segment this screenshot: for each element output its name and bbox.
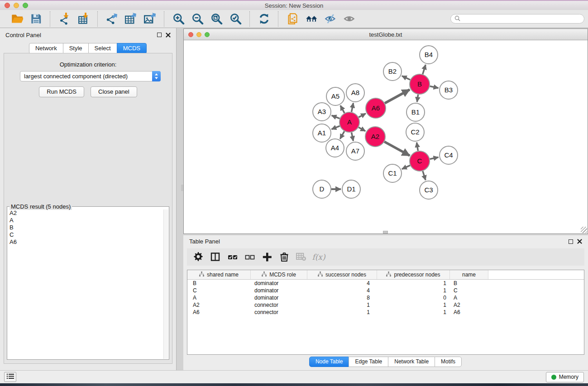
graph-node-C1[interactable]: C1: [383, 164, 402, 182]
tab-mcds[interactable]: MCDS: [117, 43, 147, 54]
graph-node-B4[interactable]: B4: [420, 46, 438, 64]
show-columns-icon[interactable]: [210, 251, 221, 263]
table-row[interactable]: Bdominator41B: [187, 280, 584, 287]
float-panel-icon[interactable]: [157, 33, 162, 37]
graph-node-A[interactable]: A: [339, 112, 359, 132]
column-header-successor-nodes[interactable]: successor nodes: [307, 270, 377, 279]
graph-node-B[interactable]: B: [410, 74, 430, 94]
graph-node-C4[interactable]: C4: [440, 146, 458, 164]
graph-node-A4[interactable]: A4: [326, 139, 344, 157]
workspace: Control Panel NetworkStyleSelectMCDS Opt…: [0, 28, 588, 370]
export-image-icon[interactable]: [143, 12, 157, 26]
attribute-settings-icon[interactable]: [192, 251, 204, 263]
memory-button[interactable]: Memory: [546, 372, 584, 382]
table-cell: C: [187, 287, 251, 294]
table-cell: connector: [251, 309, 307, 316]
graph-node-A6[interactable]: A6: [366, 98, 386, 118]
search-box[interactable]: [450, 14, 584, 24]
graph-edge-C-C2: [417, 143, 418, 151]
result-list-item[interactable]: B: [8, 224, 163, 231]
close-table-panel-icon[interactable]: [577, 239, 582, 244]
network-canvas[interactable]: B4B2BB3A8A5A6A3B1AC2A1A2A4A7C4CC1C3DD1: [184, 40, 588, 234]
graph-edge-A-A1: [331, 126, 339, 129]
hide-graphics-details-icon[interactable]: [324, 12, 337, 26]
graph-node-D1[interactable]: D1: [342, 180, 360, 198]
graph-edge-A-A4: [340, 131, 344, 139]
graph-node-A5[interactable]: A5: [326, 87, 344, 105]
column-header-MCDS-role[interactable]: MCDS role: [251, 270, 307, 279]
svg-text:A1: A1: [318, 129, 326, 137]
window-title: Session: New Session: [0, 2, 588, 9]
graph-node-A2[interactable]: A2: [365, 127, 385, 147]
svg-text:A3: A3: [318, 108, 326, 115]
open-session-icon[interactable]: [10, 12, 24, 26]
mcds-result-legend: MCDS result (5 nodes): [10, 203, 72, 210]
toolbar-group: [278, 11, 363, 27]
column-header-name[interactable]: name: [450, 270, 488, 279]
network-overview-icon[interactable]: [305, 12, 318, 26]
dropdown-selected-value: largest connected component (directed): [20, 73, 152, 80]
graph-node-C2[interactable]: C2: [406, 123, 424, 141]
tab-edge-table[interactable]: Edge Table: [349, 357, 388, 367]
svg-text:D: D: [320, 185, 325, 193]
graph-node-D[interactable]: D: [313, 180, 331, 198]
graph-edge-A-A7: [352, 133, 354, 141]
float-table-panel-icon[interactable]: [569, 239, 573, 244]
table-cell: A2: [187, 301, 251, 309]
canvas-hscroll-thumb[interactable]: [383, 231, 388, 234]
graph-node-C[interactable]: C: [410, 151, 430, 171]
create-column-icon[interactable]: [261, 251, 273, 263]
graph-node-B3[interactable]: B3: [440, 81, 458, 99]
close-panel-icon[interactable]: [166, 33, 171, 38]
graph-node-A7[interactable]: A7: [346, 142, 364, 160]
tab-network-table[interactable]: Network Table: [388, 357, 435, 367]
graph-node-A3[interactable]: A3: [313, 103, 331, 121]
tab-node-table[interactable]: Node Table: [309, 357, 349, 367]
graph-node-B1[interactable]: B1: [406, 103, 425, 121]
graph-node-A8[interactable]: A8: [346, 84, 364, 102]
toolbar-group: [164, 11, 250, 27]
column-header-predecessor-nodes[interactable]: predecessor nodes: [377, 270, 450, 279]
zoom-selected-icon[interactable]: [229, 12, 242, 26]
new-network-from-file-icon[interactable]: [286, 12, 299, 26]
delete-table-icon: [296, 251, 307, 263]
table-row[interactable]: Cdominator41C: [187, 287, 584, 294]
tab-select[interactable]: Select: [88, 43, 117, 54]
zoom-out-icon[interactable]: [191, 12, 204, 26]
graph-node-B2[interactable]: B2: [383, 62, 402, 81]
close-panel-button[interactable]: Close panel: [91, 86, 137, 97]
run-mcds-button[interactable]: Run MCDS: [39, 86, 84, 97]
table-row[interactable]: Adominator80A: [187, 294, 584, 301]
save-session-icon[interactable]: [29, 12, 43, 26]
zoom-in-icon[interactable]: [172, 12, 185, 26]
refresh-layout-icon[interactable]: [257, 12, 271, 26]
result-list-item[interactable]: A6: [8, 238, 163, 246]
tab-network[interactable]: Network: [29, 43, 63, 54]
table-row[interactable]: A2connector11A2: [187, 301, 584, 309]
graph-node-A1[interactable]: A1: [313, 124, 331, 142]
result-list-item[interactable]: A2: [8, 210, 163, 217]
table-cell: 4: [307, 287, 377, 294]
table-row[interactable]: A6connector11A6: [187, 309, 584, 316]
deselect-all-checkboxes-icon[interactable]: [244, 251, 256, 263]
result-list-item[interactable]: A: [8, 217, 163, 224]
export-table-icon[interactable]: [124, 12, 138, 26]
column-header-shared-name[interactable]: shared name: [187, 270, 251, 279]
search-input[interactable]: [463, 16, 580, 22]
result-scrollbar[interactable]: [163, 210, 168, 359]
zoom-fit-icon[interactable]: [210, 12, 223, 26]
tab-style[interactable]: Style: [63, 43, 89, 54]
import-network-icon[interactable]: [57, 12, 71, 26]
show-panels-button[interactable]: [4, 372, 16, 382]
export-network-icon[interactable]: [105, 12, 119, 26]
tab-motifs[interactable]: Motifs: [435, 357, 462, 367]
delete-column-icon[interactable]: [278, 251, 290, 263]
result-list-item[interactable]: C: [8, 231, 163, 238]
graph-node-C3[interactable]: C3: [420, 181, 438, 199]
show-graphics-details-icon[interactable]: [343, 12, 356, 26]
import-table-icon[interactable]: [76, 12, 90, 26]
optimization-criterion-dropdown[interactable]: largest connected component (directed): [20, 71, 161, 81]
select-all-checkboxes-icon[interactable]: [227, 251, 239, 263]
window-resize-grip[interactable]: [581, 227, 587, 233]
desktop-vscroll-thumb[interactable]: [181, 185, 183, 191]
